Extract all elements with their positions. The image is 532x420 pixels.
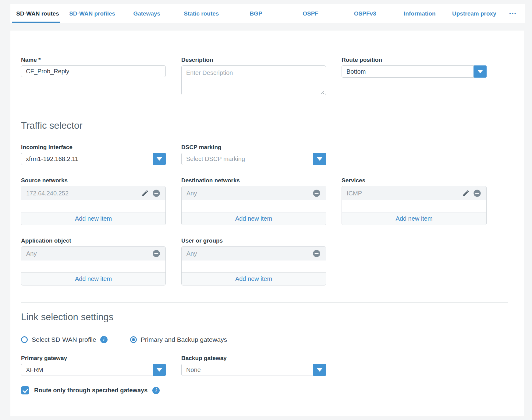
minus-circle-icon[interactable] bbox=[152, 189, 161, 198]
section-divider bbox=[21, 302, 508, 303]
list-empty-area bbox=[182, 200, 326, 212]
dscp-marking-group: DSCP marking Select DSCP marking bbox=[181, 144, 326, 165]
description-label: Description bbox=[181, 57, 326, 63]
minus-circle-icon[interactable] bbox=[312, 249, 321, 258]
primary-gateway-label: Primary gateway bbox=[21, 355, 166, 362]
pencil-icon[interactable] bbox=[462, 189, 470, 197]
backup-gateway-select[interactable]: None bbox=[181, 364, 326, 376]
dscp-marking-label: DSCP marking bbox=[181, 144, 326, 151]
section-divider bbox=[21, 109, 508, 109]
destination-networks-group: Destination networks Any Add new item bbox=[181, 177, 326, 225]
incoming-interface-group: Incoming interface xfrm1-192.168.2.11 bbox=[21, 144, 166, 165]
radio-label: Primary and Backup gateways bbox=[141, 336, 227, 343]
tab-gateways[interactable]: Gateways bbox=[119, 4, 174, 23]
list-item-value: Any bbox=[186, 190, 309, 197]
tab-sd-wan-routes[interactable]: SD-WAN routes bbox=[10, 4, 65, 23]
chevron-down-icon[interactable] bbox=[313, 153, 326, 165]
user-or-groups-list: Any Add new item bbox=[181, 246, 326, 285]
name-input[interactable] bbox=[21, 65, 166, 77]
dscp-marking-placeholder: Select DSCP marking bbox=[182, 156, 313, 163]
list-item-value: Any bbox=[186, 250, 309, 257]
link-selection-title: Link selection settings bbox=[21, 312, 507, 323]
radio-primary-backup-gateways[interactable]: Primary and Backup gateways bbox=[130, 336, 227, 343]
user-or-groups-label: User or groups bbox=[181, 237, 326, 244]
source-networks-list: 172.64.240.252 Add new item bbox=[21, 186, 166, 225]
name-label: Name * bbox=[21, 57, 166, 63]
primary-gateway-group: Primary gateway XFRM bbox=[21, 355, 166, 376]
application-object-label: Application object bbox=[21, 237, 166, 244]
add-new-item-button[interactable]: Add new item bbox=[342, 212, 486, 225]
source-networks-label: Source networks bbox=[21, 177, 166, 184]
minus-circle-icon[interactable] bbox=[312, 189, 321, 198]
destination-networks-label: Destination networks bbox=[181, 177, 326, 184]
user-or-groups-group: User or groups Any Add new item bbox=[181, 237, 326, 285]
radio-select-sdwan-profile[interactable]: Select SD-WAN profile i bbox=[21, 336, 108, 343]
tab-static-routes[interactable]: Static routes bbox=[174, 4, 229, 23]
list-item: Any bbox=[182, 247, 326, 261]
ellipsis-icon[interactable]: ••• bbox=[502, 4, 525, 23]
add-new-item-button[interactable]: Add new item bbox=[182, 272, 326, 285]
dscp-marking-select[interactable]: Select DSCP marking bbox=[181, 153, 326, 165]
add-new-item-button[interactable]: Add new item bbox=[21, 272, 165, 285]
primary-gateway-value: XFRM bbox=[21, 366, 153, 373]
services-list: ICMP Add new item bbox=[342, 186, 487, 225]
destination-networks-list: Any Add new item bbox=[181, 186, 326, 225]
route-position-select[interactable]: Bottom bbox=[342, 65, 487, 78]
backup-gateway-value: None bbox=[182, 366, 313, 373]
tab-bar: SD-WAN routes SD-WAN profiles Gateways S… bbox=[10, 4, 525, 23]
route-position-value: Bottom bbox=[342, 68, 473, 75]
tab-ospfv3[interactable]: OSPFv3 bbox=[338, 4, 392, 23]
description-input[interactable] bbox=[181, 65, 326, 95]
list-empty-area bbox=[21, 261, 165, 272]
list-item-value: 172.64.240.252 bbox=[26, 190, 138, 197]
tab-sd-wan-profiles[interactable]: SD-WAN profiles bbox=[65, 4, 119, 23]
route-only-checkbox[interactable] bbox=[21, 386, 29, 394]
source-networks-group: Source networks 172.64.240.252 Add new i… bbox=[21, 177, 166, 225]
chevron-down-icon[interactable] bbox=[473, 65, 487, 78]
info-icon[interactable]: i bbox=[100, 336, 108, 343]
list-empty-area bbox=[182, 261, 326, 272]
application-object-group: Application object Any Add new item bbox=[21, 237, 166, 285]
list-item-value: ICMP bbox=[347, 190, 459, 197]
tab-bgp[interactable]: BGP bbox=[229, 4, 283, 23]
route-only-row: Route only through specified gateways i bbox=[21, 386, 507, 394]
list-empty-area bbox=[21, 200, 165, 212]
backup-gateway-group: Backup gateway None bbox=[181, 355, 326, 376]
radio-unchecked-icon[interactable] bbox=[21, 336, 28, 343]
incoming-interface-select[interactable]: xfrm1-192.168.2.11 bbox=[21, 153, 166, 165]
tab-upstream-proxy[interactable]: Upstream proxy bbox=[447, 4, 502, 23]
application-object-list: Any Add new item bbox=[21, 246, 166, 285]
radio-checked-icon[interactable] bbox=[130, 336, 137, 343]
list-item: 172.64.240.252 bbox=[21, 186, 165, 200]
incoming-interface-value: xfrm1-192.168.2.11 bbox=[21, 156, 153, 163]
list-empty-area bbox=[342, 200, 486, 212]
primary-gateway-select[interactable]: XFRM bbox=[21, 364, 166, 376]
sd-wan-route-form: Name * Description Route position Bottom… bbox=[10, 30, 524, 416]
add-new-item-button[interactable]: Add new item bbox=[182, 212, 326, 225]
route-position-label: Route position bbox=[342, 57, 487, 63]
list-item-value: Any bbox=[26, 250, 149, 257]
description-field-group: Description bbox=[181, 57, 326, 96]
add-new-item-button[interactable]: Add new item bbox=[21, 212, 165, 225]
minus-circle-icon[interactable] bbox=[152, 249, 161, 258]
route-position-group: Route position Bottom bbox=[342, 57, 487, 78]
pencil-icon[interactable] bbox=[141, 189, 149, 197]
minus-circle-icon[interactable] bbox=[473, 189, 481, 198]
traffic-selector-title: Traffic selector bbox=[21, 120, 507, 131]
radio-label: Select SD-WAN profile bbox=[32, 336, 96, 343]
list-item: Any bbox=[21, 247, 165, 261]
services-label: Services bbox=[342, 177, 487, 184]
tab-ospf[interactable]: OSPF bbox=[283, 4, 338, 23]
info-icon[interactable]: i bbox=[152, 387, 160, 394]
tab-information[interactable]: Information bbox=[392, 4, 447, 23]
name-field-group: Name * bbox=[21, 57, 166, 77]
backup-gateway-label: Backup gateway bbox=[181, 355, 326, 362]
chevron-down-icon[interactable] bbox=[153, 153, 166, 165]
list-item: ICMP bbox=[342, 186, 486, 200]
chevron-down-icon[interactable] bbox=[153, 364, 166, 376]
link-selection-radio-group: Select SD-WAN profile i Primary and Back… bbox=[21, 336, 507, 343]
list-item: Any bbox=[182, 186, 326, 200]
services-group: Services ICMP Add new item bbox=[342, 177, 487, 225]
chevron-down-icon[interactable] bbox=[313, 364, 326, 376]
incoming-interface-label: Incoming interface bbox=[21, 144, 166, 151]
